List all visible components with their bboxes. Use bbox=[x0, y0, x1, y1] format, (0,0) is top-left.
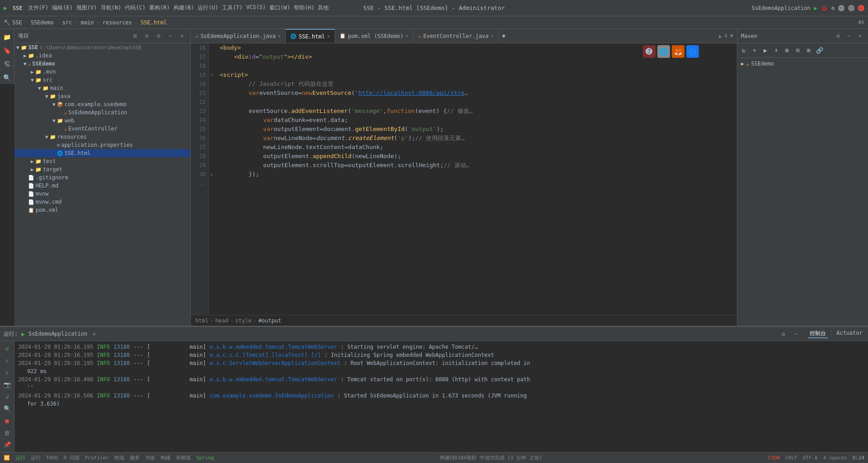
tree-item-main[interactable]: ▼ 📁 main bbox=[14, 84, 190, 92]
sidebar-collapse-icon[interactable]: ≡ bbox=[142, 32, 151, 41]
gutter-28[interactable] bbox=[209, 152, 215, 161]
tree-item-target[interactable]: ▶ 📁 target bbox=[14, 165, 190, 173]
sidebar-expand-icon[interactable]: ⊞ bbox=[131, 32, 140, 41]
menu-run[interactable]: 运行(U) bbox=[198, 4, 218, 12]
chrome-icon[interactable]: 🌐 bbox=[657, 45, 670, 58]
debug-button[interactable]: 🐞 bbox=[821, 5, 828, 11]
tb-resources[interactable]: resources bbox=[103, 19, 132, 26]
gutter-24[interactable] bbox=[209, 116, 215, 125]
gutter-25[interactable] bbox=[209, 125, 215, 134]
status-run-label[interactable]: 运行 bbox=[31, 454, 41, 461]
maven-settings-icon[interactable]: ⚙ bbox=[834, 32, 843, 41]
settings-button[interactable]: ⚙ bbox=[831, 5, 835, 11]
gutter-27[interactable] bbox=[209, 143, 215, 152]
status-deps[interactable]: 依赖项 bbox=[176, 454, 191, 461]
bc-head[interactable]: head bbox=[215, 318, 228, 324]
tab-pomxml[interactable]: 📋 pom.xml (SSEdemo) × bbox=[335, 29, 414, 43]
gutter-16[interactable] bbox=[209, 43, 215, 52]
gutter-22[interactable] bbox=[209, 98, 215, 107]
console-output[interactable]: 2024-01-29 01:29:16.195 INFO 13188 --- [… bbox=[14, 341, 868, 452]
status-services[interactable]: 服务 bbox=[130, 454, 140, 461]
icon-structure[interactable]: 🏗 bbox=[1, 58, 14, 70]
maven-refresh-icon[interactable]: ↻ bbox=[739, 46, 748, 55]
run-button[interactable]: ▶ bbox=[814, 5, 817, 11]
menu-tools[interactable]: 工具(T) bbox=[222, 4, 243, 12]
firefox-icon[interactable]: 🦊 bbox=[672, 45, 684, 58]
bc-html[interactable]: html bbox=[195, 318, 208, 324]
tree-item-src[interactable]: ▼ 📁 src bbox=[14, 76, 190, 84]
menu-build[interactable]: 构建(B) bbox=[174, 4, 194, 12]
tab-eventcontroller[interactable]: ☕ EventController.java × bbox=[414, 29, 499, 43]
icon-find[interactable]: 🔍 bbox=[1, 71, 14, 84]
tab-close-0[interactable]: × bbox=[278, 33, 281, 38]
tab-ssehtml[interactable]: 🌐 SSE.html × bbox=[286, 29, 335, 43]
maven-filter-icon[interactable]: ⊞ bbox=[804, 46, 813, 55]
run-scroll-up-icon[interactable]: ↑ bbox=[1, 355, 14, 366]
run-tab-console[interactable]: 控制台 bbox=[808, 330, 828, 338]
tree-item-pkg[interactable]: ▼ 📦 com.example.ssedemo bbox=[14, 100, 190, 108]
minimize-button[interactable]: ─ bbox=[838, 5, 844, 11]
menu-nav[interactable]: 导航(N) bbox=[101, 4, 122, 12]
tree-item-sse[interactable]: ▼ 📁 SSE C:\Users\Administrator\Desktop\S… bbox=[14, 43, 190, 51]
tree-item-mvn[interactable]: ▶ 📁 .mvn bbox=[14, 68, 190, 76]
maven-run-icon[interactable]: ▶ bbox=[761, 46, 770, 55]
run-wrap-icon[interactable]: ↲ bbox=[1, 391, 14, 402]
run-restart-icon[interactable]: ↺ bbox=[1, 343, 14, 354]
run-stop-icon[interactable]: ■ bbox=[1, 415, 14, 426]
menu-vcs[interactable]: VCS(S) bbox=[246, 4, 266, 12]
run-green-icon[interactable]: ▶ bbox=[21, 331, 25, 337]
tree-item-ssedemo[interactable]: ▼ ☕ SSEdemo bbox=[14, 60, 190, 68]
status-csdn[interactable]: CSDN bbox=[768, 455, 780, 461]
menu-file[interactable]: 文件(F) bbox=[28, 4, 49, 12]
menu-help[interactable]: 帮助(H) bbox=[294, 4, 315, 12]
tab-close-1[interactable]: × bbox=[327, 34, 330, 39]
sidebar-settings-icon[interactable]: ⚙ bbox=[154, 32, 163, 41]
tree-item-help[interactable]: ▶ 📄 HELP.md bbox=[14, 182, 190, 190]
status-todo[interactable]: TODO bbox=[46, 455, 58, 461]
tree-item-test[interactable]: ▶ 📁 test bbox=[14, 157, 190, 165]
tab-ssedemo-app[interactable]: ☕ SsEdemoApplication.java × bbox=[191, 29, 286, 43]
sidebar-close-icon[interactable]: × bbox=[178, 32, 187, 41]
tb-main[interactable]: main bbox=[81, 19, 94, 26]
status-spring[interactable]: Spring bbox=[196, 455, 214, 461]
tab-close-3[interactable]: × bbox=[491, 33, 494, 38]
menu-other[interactable]: 其他 bbox=[318, 4, 329, 12]
edge-icon[interactable]: 🌀 bbox=[686, 45, 699, 58]
run-pin-icon[interactable]: 📌 bbox=[1, 439, 14, 450]
maximize-button[interactable]: □ bbox=[848, 5, 854, 11]
icon-project[interactable]: 📁 bbox=[1, 31, 14, 43]
gutter-17[interactable] bbox=[209, 52, 215, 61]
status-profiler[interactable]: Profiler bbox=[85, 455, 109, 461]
run-settings-icon[interactable]: ⚙ bbox=[779, 329, 788, 338]
tab-more-button[interactable]: ▼ bbox=[499, 33, 509, 39]
maven-link-icon[interactable]: 🔗 bbox=[815, 46, 824, 55]
run-camera-icon[interactable]: 📷 bbox=[1, 379, 14, 390]
tree-item-java[interactable]: ▼ 📁 java bbox=[14, 92, 190, 100]
gutter-23[interactable] bbox=[209, 107, 215, 116]
tb-src[interactable]: src bbox=[62, 19, 72, 26]
status-encoding[interactable]: UTF-8 bbox=[802, 455, 817, 461]
gutter-29[interactable] bbox=[209, 161, 215, 170]
status-build[interactable]: 构建 bbox=[160, 454, 170, 461]
tb-ssedemo[interactable]: SSEdemo bbox=[31, 19, 54, 26]
status-run-btn[interactable]: 运行 bbox=[15, 454, 25, 461]
tree-item-idea[interactable]: ▶ 📁 .idea bbox=[14, 51, 190, 60]
maven-ssedemo[interactable]: ▶ ☕ SSEdemo bbox=[739, 60, 866, 68]
menu-edit[interactable]: 编辑(E) bbox=[52, 4, 73, 12]
tab-close-2[interactable]: × bbox=[406, 33, 408, 38]
gutter-19[interactable]: ▼ bbox=[209, 70, 215, 80]
run-minimize-icon[interactable]: − bbox=[792, 329, 801, 338]
bc-output[interactable]: #output bbox=[259, 318, 282, 324]
menu-view[interactable]: 视图(V) bbox=[76, 4, 97, 12]
maven-expand-icon[interactable]: ⊞ bbox=[783, 46, 792, 55]
jetbrains-icon[interactable]: 🅙 bbox=[643, 45, 656, 58]
status-crlf[interactable]: CRLF bbox=[785, 455, 797, 461]
tb-sse[interactable]: SSE bbox=[12, 19, 22, 26]
gutter-30[interactable]: ▶ bbox=[209, 170, 215, 179]
menu-window[interactable]: 窗口(W) bbox=[269, 4, 290, 12]
maven-collapse-icon[interactable]: ⊟ bbox=[793, 46, 802, 55]
menu-refactor[interactable]: 重构(R) bbox=[149, 4, 170, 12]
tree-item-mvnw[interactable]: ▶ 📄 mvnw bbox=[14, 190, 190, 198]
icon-bookmark[interactable]: 🔖 bbox=[1, 44, 14, 57]
run-clear-icon[interactable]: 🗑 bbox=[1, 427, 14, 439]
